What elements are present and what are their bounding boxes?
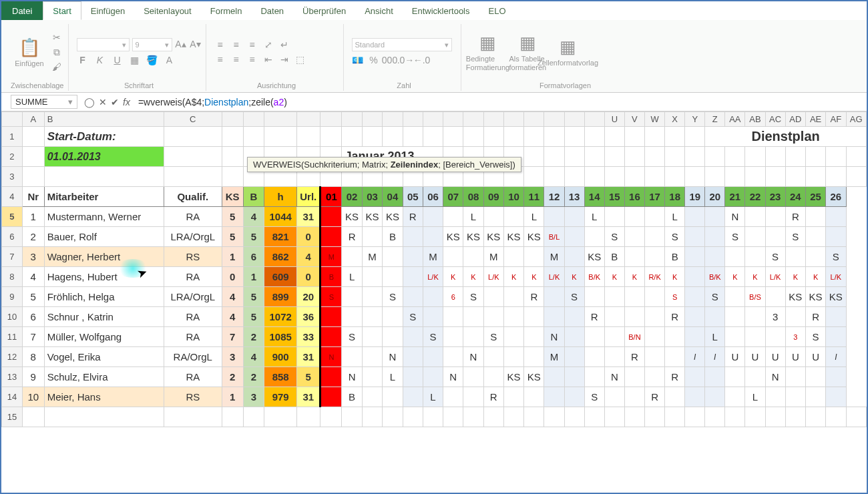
cell-day[interactable]: KS — [383, 207, 403, 227]
col-header[interactable]: C — [164, 112, 222, 127]
cell-day[interactable] — [483, 367, 503, 387]
cell-day[interactable] — [403, 347, 423, 367]
cell-day[interactable]: M — [362, 247, 382, 267]
cell-qualif[interactable]: RA — [164, 267, 222, 287]
cell-day[interactable] — [765, 327, 785, 347]
cell-day[interactable]: B/L — [544, 227, 564, 247]
cell-day[interactable]: K — [564, 267, 584, 287]
cell-day[interactable] — [564, 347, 584, 367]
cell-day[interactable]: K — [785, 267, 805, 287]
cell-day[interactable] — [483, 347, 503, 367]
font-name-combo[interactable]: ▾ — [77, 38, 130, 51]
cell-day[interactable]: KS — [503, 227, 523, 247]
cell-day[interactable] — [604, 387, 624, 407]
row-header[interactable]: 12 — [2, 347, 23, 367]
cell-day[interactable] — [705, 367, 725, 387]
cell-day[interactable] — [745, 247, 765, 267]
cell-h[interactable]: 1044 — [264, 207, 297, 227]
cell-day[interactable]: N — [443, 367, 463, 387]
cell-day[interactable] — [423, 207, 443, 227]
cell-day[interactable] — [342, 347, 362, 367]
tab-start[interactable]: Start — [43, 1, 81, 20]
cell-day[interactable]: R — [342, 227, 362, 247]
cell-ks[interactable]: 4 — [222, 307, 243, 327]
cell-day[interactable] — [645, 367, 665, 387]
col-header[interactable] — [362, 112, 382, 127]
col-header[interactable]: V — [624, 112, 644, 127]
cell-url[interactable]: 31 — [297, 207, 320, 227]
cell-day[interactable] — [443, 347, 463, 367]
cell-h[interactable]: 1085 — [264, 327, 297, 347]
cell-ks[interactable]: 3 — [222, 347, 243, 367]
cell-h[interactable]: 858 — [264, 367, 297, 387]
cell-day[interactable]: N — [544, 327, 564, 347]
cell-day[interactable] — [685, 287, 705, 307]
cell-day[interactable] — [503, 287, 523, 307]
cell-url[interactable]: 31 — [297, 387, 320, 407]
cell-day[interactable]: N — [604, 367, 624, 387]
name-box[interactable]: SUMME▾ — [11, 95, 77, 109]
cell-day[interactable] — [624, 387, 644, 407]
underline-icon[interactable]: U — [112, 54, 124, 66]
cell-day[interactable] — [503, 307, 523, 327]
cell-day[interactable]: S — [423, 327, 443, 347]
align-bottom-icon[interactable]: ≡ — [246, 39, 258, 51]
cell-day[interactable] — [403, 247, 423, 267]
cell-b[interactable]: 4 — [243, 347, 264, 367]
grow-font-icon[interactable]: A▴ — [175, 38, 187, 50]
cell-day[interactable] — [705, 307, 725, 327]
cell-day[interactable]: R — [785, 207, 805, 227]
cell-day[interactable] — [705, 387, 725, 407]
formula-cancel-icon[interactable]: ✕ — [99, 97, 107, 107]
cell-day[interactable] — [403, 227, 423, 247]
cell-day[interactable]: KS — [503, 367, 523, 387]
cell-day[interactable] — [564, 387, 584, 407]
col-header[interactable] — [297, 112, 320, 127]
start-date-cell[interactable]: 01.01.2013 — [44, 147, 164, 167]
cell-day[interactable] — [584, 367, 604, 387]
cell-day[interactable] — [604, 347, 624, 367]
cell-day[interactable] — [745, 327, 765, 347]
cell-day[interactable]: L — [524, 207, 544, 227]
cell-day[interactable]: 3 — [785, 327, 805, 347]
cell-day[interactable] — [342, 247, 362, 267]
cell-day[interactable] — [320, 227, 342, 247]
cell-day[interactable]: S — [665, 227, 685, 247]
cell-day[interactable]: L — [584, 207, 604, 227]
cell-day[interactable]: I — [685, 347, 705, 367]
cell-day[interactable] — [463, 327, 483, 347]
cell-day[interactable]: U — [725, 347, 745, 367]
cell-qualif[interactable]: RA — [164, 367, 222, 387]
cell-day[interactable] — [604, 207, 624, 227]
tab-review[interactable]: Überprüfen — [293, 1, 355, 20]
cell-day[interactable] — [564, 227, 584, 247]
align-left-icon[interactable]: ≡ — [214, 53, 226, 65]
cell-day[interactable] — [403, 267, 423, 287]
cell-b[interactable]: 5 — [243, 287, 264, 307]
cell-h[interactable]: 1072 — [264, 307, 297, 327]
cell-day[interactable]: KS — [805, 287, 825, 307]
cell-b[interactable]: 5 — [243, 307, 264, 327]
cell-day[interactable]: KS — [584, 247, 604, 267]
cell-day[interactable] — [725, 307, 745, 327]
cell-day[interactable] — [685, 307, 705, 327]
cell-day[interactable] — [564, 367, 584, 387]
conditional-formatting-button[interactable]: ▦ Bedingte Formatierung — [469, 28, 507, 76]
cell-day[interactable] — [362, 307, 382, 327]
cell-day[interactable] — [403, 327, 423, 347]
cell-nr[interactable]: 8 — [22, 347, 44, 367]
cell-nr[interactable]: 10 — [22, 387, 44, 407]
bold-icon[interactable]: F — [77, 54, 89, 66]
cell-day[interactable] — [685, 387, 705, 407]
cell-day[interactable] — [564, 247, 584, 267]
row-header[interactable]: 15 — [2, 407, 23, 427]
cell-day[interactable] — [423, 347, 443, 367]
cell-styles-button[interactable]: ▦ Zellenformatvorlag — [550, 28, 587, 76]
cell-day[interactable] — [645, 227, 665, 247]
align-right-icon[interactable]: ≡ — [246, 53, 258, 65]
cell-day[interactable]: B — [665, 247, 685, 267]
cell-day[interactable]: L — [383, 367, 403, 387]
cell-day[interactable] — [725, 387, 745, 407]
tab-view[interactable]: Ansicht — [355, 1, 403, 20]
row-header[interactable]: 6 — [2, 227, 23, 247]
